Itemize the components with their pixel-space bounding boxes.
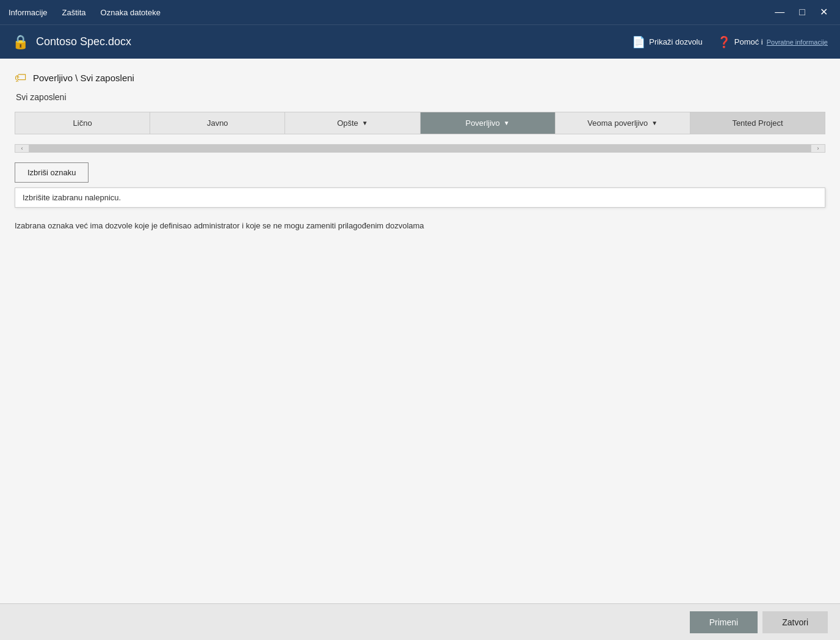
classification-tabs: Lično Javno Opšte ▼ Poverljivo ▼ Veoma p… (15, 112, 825, 134)
tab-opste[interactable]: Opšte ▼ (285, 112, 420, 134)
delete-label-button[interactable]: Izbriši oznaku (15, 162, 89, 183)
help-extra: Povratne informacije (767, 38, 828, 46)
app-header-right: 📄 Prikaži dozvolu ❓ Pomoć i Povratne inf… (632, 35, 828, 49)
info-text: Izabrana oznaka već ima dozvole koje je … (15, 220, 825, 232)
tab-javno[interactable]: Javno (150, 112, 285, 134)
tab-licno[interactable]: Lično (15, 112, 150, 134)
tab-veoma-poverljivo-label: Veoma poverljivo (587, 118, 648, 128)
maximize-button[interactable]: □ (794, 5, 810, 20)
sublabel: Svi zaposleni (16, 92, 825, 102)
apply-button[interactable]: Primeni (690, 611, 758, 633)
menu-oznaka-datoteke[interactable]: Oznaka datoteke (100, 5, 162, 20)
tab-poverljivo[interactable]: Poverljivo ▼ (421, 112, 556, 134)
title-bar-controls: — □ ✕ (770, 5, 833, 20)
close-button-footer[interactable]: Zatvori (762, 611, 828, 633)
show-permission-label: Prikaži dozvolu (649, 37, 702, 46)
menu-zastita[interactable]: Zaštita (61, 5, 87, 20)
show-permission-action[interactable]: 📄 Prikaži dozvolu (632, 35, 702, 49)
tab-veoma-poverljivo[interactable]: Veoma poverljivo ▼ (556, 112, 690, 134)
help-action[interactable]: ❓ Pomoć i Povratne informacije (717, 35, 828, 49)
main-content: 🏷 Poverljivo \ Svi zaposleni Svi zaposle… (0, 59, 840, 603)
tooltip-text: Izbrišite izabranu nalepnicu. (23, 193, 121, 202)
app-filename: Contoso Spec.docx (36, 35, 131, 48)
scrollbar-thumb (29, 145, 811, 152)
title-bar-menus: Informacije Zaštita Oznaka datoteke (7, 5, 770, 20)
lock-icon: 🔒 (12, 34, 29, 50)
tab-opste-dropdown-icon: ▼ (362, 120, 368, 126)
permission-icon: 📄 (632, 35, 645, 49)
tab-tented-project[interactable]: Tented Project (690, 112, 825, 134)
action-area: Izbriši oznaku (15, 162, 825, 183)
tab-opste-label: Opšte (337, 118, 358, 128)
tab-veoma-dropdown-icon: ▼ (651, 120, 657, 126)
tab-poverljivo-dropdown-icon: ▼ (504, 120, 510, 126)
tooltip-box: Izbrišite izabranu nalepnicu. (15, 187, 825, 208)
scroll-left-button[interactable]: ‹ (15, 144, 29, 153)
title-bar: Informacije Zaštita Oznaka datoteke — □ … (0, 0, 840, 24)
help-icon: ❓ (717, 35, 731, 49)
label-row: 🏷 Poverljivo \ Svi zaposleni (15, 71, 825, 85)
tab-poverljivo-label: Poverljivo (465, 118, 499, 128)
scrollbar-track[interactable] (29, 144, 811, 153)
scrollbar-row: ‹ › (15, 144, 825, 153)
footer: Primeni Zatvori (0, 603, 840, 640)
tab-tented-project-label: Tented Project (732, 118, 783, 128)
tab-javno-label: Javno (207, 118, 228, 128)
help-label: Pomoć i (734, 37, 763, 46)
minimize-button[interactable]: — (770, 5, 789, 20)
app-header-left: 🔒 Contoso Spec.docx (12, 34, 632, 50)
tag-icon: 🏷 (15, 71, 27, 85)
menu-informacije[interactable]: Informacije (7, 5, 49, 20)
tab-licno-label: Lično (73, 118, 92, 128)
close-button[interactable]: ✕ (815, 5, 833, 20)
scroll-right-button[interactable]: › (811, 144, 825, 153)
label-breadcrumb: Poverljivo \ Svi zaposleni (33, 73, 134, 83)
classification-tabs-wrapper: Lično Javno Opšte ▼ Poverljivo ▼ Veoma p… (15, 112, 825, 134)
app-header: 🔒 Contoso Spec.docx 📄 Prikaži dozvolu ❓ … (0, 24, 840, 59)
